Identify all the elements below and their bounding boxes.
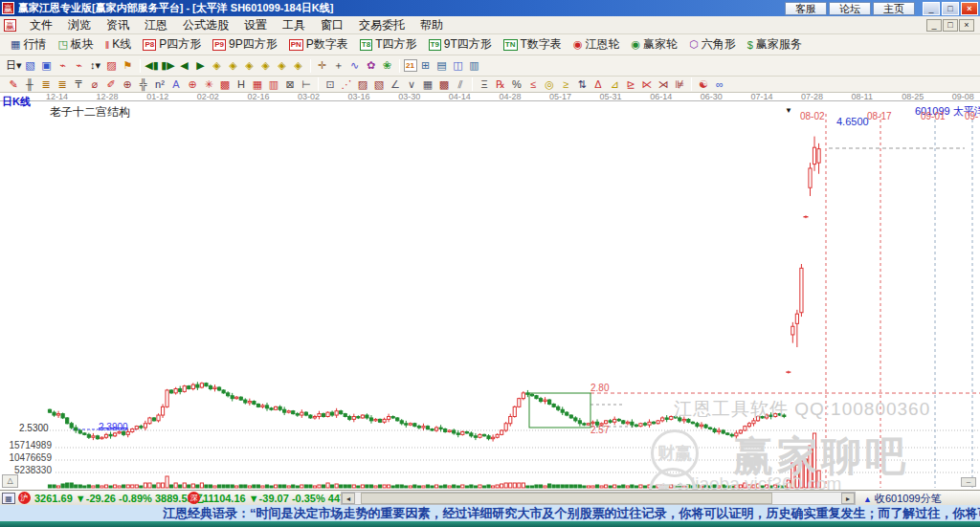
menu-item-设置[interactable]: 设置: [236, 16, 275, 34]
draw-icon-12[interactable]: ⊕: [185, 77, 200, 92]
draw-icon-22[interactable]: ⋰: [339, 77, 354, 92]
tool-icon-24[interactable]: ✿: [364, 58, 379, 73]
draw-icon-2[interactable]: ╫: [22, 77, 37, 92]
tool-icon-7[interactable]: ▨: [104, 58, 120, 73]
draw-icon-33[interactable]: %: [509, 77, 524, 92]
draw-icon-17[interactable]: ▥: [266, 77, 281, 92]
toolbar-button-板块[interactable]: ◳板块: [53, 34, 98, 55]
toolbar-button-行情[interactable]: ▦行情: [6, 34, 51, 55]
tool-icon-15[interactable]: ◈: [226, 58, 241, 73]
minimize-button[interactable]: _: [923, 2, 940, 15]
tool-icon-17[interactable]: ◈: [258, 58, 274, 73]
draw-icon-32[interactable]: ℞: [493, 77, 508, 92]
draw-icon-14[interactable]: ▩: [217, 77, 233, 92]
tool-icon-1[interactable]: 日▾: [6, 58, 22, 73]
tool-icon-13[interactable]: ▶: [193, 58, 209, 73]
menu-item-浏览[interactable]: 浏览: [60, 16, 99, 34]
draw-icon-37[interactable]: ⇅: [574, 77, 590, 92]
tool-icon-27[interactable]: 21: [404, 59, 417, 72]
draw-icon-28[interactable]: ▩: [436, 77, 452, 92]
scrollbar-thumb[interactable]: [361, 493, 772, 504]
draw-icon-16[interactable]: ▦: [250, 77, 265, 92]
tool-icon-10[interactable]: ◀▮: [145, 58, 160, 73]
draw-icon-4[interactable]: ≣: [55, 77, 70, 92]
draw-icon-23[interactable]: ▨: [355, 77, 370, 92]
menu-item-公式选股[interactable]: 公式选股: [175, 16, 236, 34]
titlebar-link-1[interactable]: 客服: [785, 2, 827, 15]
tool-icon-4[interactable]: ⌁: [56, 58, 71, 73]
toolbar-button-9T四方形[interactable]: T99T四方形: [424, 34, 497, 55]
menu-item-窗口[interactable]: 窗口: [313, 16, 351, 34]
tool-icon-2[interactable]: ▧: [23, 58, 38, 73]
scroll-right-icon[interactable]: ▸: [841, 493, 855, 504]
draw-icon-45[interactable]: ☯: [696, 77, 711, 92]
scroll-left-icon[interactable]: ◂: [342, 493, 355, 504]
tool-icon-14[interactable]: ◈: [210, 58, 225, 73]
draw-icon-21[interactable]: ⊡: [323, 77, 338, 92]
tool-icon-18[interactable]: ◈: [275, 58, 290, 73]
draw-icon-6[interactable]: ⌀: [87, 77, 102, 92]
draw-icon-1[interactable]: ✎: [6, 77, 21, 92]
draw-icon-34[interactable]: ≤: [525, 77, 541, 92]
tool-icon-29[interactable]: ▤: [434, 58, 450, 73]
draw-icon-29[interactable]: ⫽: [453, 77, 468, 92]
toolbar-button-赢家服务[interactable]: $赢家服务: [743, 34, 807, 55]
tool-icon-28[interactable]: ⊞: [418, 58, 434, 73]
draw-icon-41[interactable]: ⋉: [639, 77, 655, 92]
draw-icon-26[interactable]: ∨: [404, 77, 419, 92]
toolbar-button-9P四方形[interactable]: P99P四方形: [208, 34, 281, 55]
mdi-restore-button[interactable]: □: [943, 19, 958, 32]
draw-icon-35[interactable]: ◎: [542, 77, 557, 92]
draw-icon-9[interactable]: ╬: [136, 77, 151, 92]
kline-chart-panel[interactable]: 12-1412-2801-1202-0202-1603-0203-1603-30…: [0, 93, 980, 490]
tool-icon-25[interactable]: ❀: [380, 58, 395, 73]
menu-item-帮助[interactable]: 帮助: [412, 16, 451, 34]
draw-icon-39[interactable]: ⊿: [607, 77, 622, 92]
mdi-close-button[interactable]: ×: [959, 19, 974, 32]
draw-icon-25[interactable]: ∠: [388, 77, 403, 92]
draw-icon-43[interactable]: ⊯: [672, 77, 687, 92]
tool-icon-16[interactable]: ◈: [242, 58, 257, 73]
draw-icon-46[interactable]: ∞: [712, 77, 727, 92]
menu-item-资讯[interactable]: 资讯: [99, 16, 137, 34]
toolbar-button-P四方形[interactable]: P8P四方形: [138, 34, 206, 55]
tool-icon-21[interactable]: ✛: [315, 58, 330, 73]
toolbar-button-T数字表[interactable]: TNT数字表: [499, 34, 567, 55]
menu-item-交易委托[interactable]: 交易委托: [351, 16, 412, 34]
toolbar-button-K线[interactable]: ‖K线: [100, 34, 137, 55]
tool-icon-6[interactable]: ↕▾: [88, 58, 103, 73]
draw-icon-38[interactable]: Δ: [590, 77, 606, 92]
toolbar-button-赢家轮[interactable]: ◉赢家轮: [626, 34, 682, 55]
menu-item-文件[interactable]: 文件: [22, 16, 60, 34]
draw-icon-19[interactable]: ⊢: [299, 77, 314, 92]
menu-item-工具[interactable]: 工具: [275, 16, 313, 34]
tool-icon-19[interactable]: ◈: [291, 58, 306, 73]
expand-panel-button[interactable]: △: [2, 474, 18, 488]
tool-icon-31[interactable]: ▥: [467, 58, 482, 73]
draw-icon-31[interactable]: Ξ: [477, 77, 492, 92]
titlebar-link-2[interactable]: 论坛: [829, 2, 871, 15]
toolbar-button-六角形[interactable]: ⬡六角形: [684, 34, 741, 55]
tool-icon-30[interactable]: ◫: [451, 58, 466, 73]
draw-icon-36[interactable]: ≥: [558, 77, 573, 92]
tool-icon-11[interactable]: ▮▶: [161, 58, 176, 73]
toolbar-button-江恩轮[interactable]: ◉江恩轮: [568, 34, 625, 55]
draw-icon-10[interactable]: n²: [152, 77, 167, 92]
tool-icon-5[interactable]: ⌁: [72, 58, 87, 73]
draw-icon-13[interactable]: ✳: [201, 77, 216, 92]
chart-resize-button[interactable]: –: [961, 477, 976, 487]
tool-icon-22[interactable]: ＋: [331, 58, 346, 73]
draw-icon-40[interactable]: ⊵: [623, 77, 638, 92]
draw-icon-18[interactable]: ⊠: [282, 77, 298, 92]
draw-icon-15[interactable]: H: [234, 77, 249, 92]
tool-icon-23[interactable]: ∿: [347, 58, 363, 73]
toolbar-button-P数字表[interactable]: PNP数字表: [284, 34, 353, 55]
draw-icon-27[interactable]: ▦: [420, 77, 435, 92]
draw-icon-7[interactable]: ✐: [103, 77, 119, 92]
tool-icon-3[interactable]: ▣: [39, 58, 55, 73]
tool-icon-8[interactable]: ⚑: [121, 58, 136, 73]
mdi-minimize-button[interactable]: _: [926, 19, 942, 32]
draw-icon-24[interactable]: ▧: [371, 77, 387, 92]
menu-item-江恩[interactable]: 江恩: [137, 16, 175, 34]
tool-icon-12[interactable]: ◀: [177, 58, 192, 73]
